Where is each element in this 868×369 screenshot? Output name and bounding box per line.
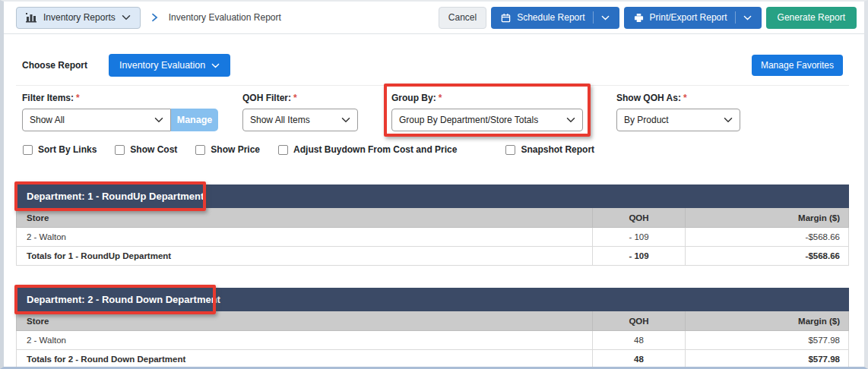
table-row: 2 - Walton 48 $577.98 [16, 331, 849, 350]
checkbox-label: Snapshot Report [521, 144, 594, 155]
app-window: Inventory Reports Inventory Evaluation R… [0, 0, 868, 369]
table-totals-row: Totals for 2 - Round Down Department 48 … [16, 350, 849, 369]
group-by-label: Group By:* [391, 93, 583, 103]
show-price-checkbox[interactable]: Show Price [195, 144, 260, 155]
chevron-down-icon [211, 63, 220, 68]
show-cost-checkbox[interactable]: Show Cost [115, 144, 177, 155]
manage-favorites-label: Manage Favorites [761, 60, 834, 71]
qoh-filter-group: QOH Filter:* Show All Items [242, 93, 358, 131]
inventory-reports-dropdown[interactable]: Inventory Reports [16, 7, 141, 29]
table-row: 2 - Walton - 109 -$568.66 [16, 228, 849, 247]
generate-report-label: Generate Report [778, 12, 845, 23]
department-1-banner: Department: 1 - RoundUp Department [16, 184, 849, 208]
cancel-label: Cancel [448, 12, 477, 23]
breadcrumb: Inventory Evaluation Report [169, 12, 281, 23]
chevron-down-icon [122, 14, 131, 20]
totals-label-cell: Totals for 1 - RoundUp Department [17, 247, 592, 265]
top-bar-actions: Cancel Schedule Report Print/Export Repo… [439, 7, 857, 29]
snapshot-report-checkbox[interactable]: Snapshot Report [505, 144, 594, 155]
show-qoh-as-value: By Product [624, 115, 669, 125]
button-divider [735, 11, 736, 24]
filter-items-select[interactable]: Show All [22, 109, 171, 131]
column-header-qoh: QOH [592, 311, 685, 330]
department-2-banner-text: Department: 2 - Round Down Department [16, 294, 220, 305]
report-type-value: Inventory Evaluation [119, 60, 205, 71]
table-header-row: Store QOH Margin ($) [16, 311, 849, 331]
schedule-report-label: Schedule Report [517, 12, 584, 23]
top-bar: Inventory Reports Inventory Evaluation R… [4, 2, 864, 34]
required-asterisk: * [439, 93, 442, 103]
manage-favorites-button[interactable]: Manage Favorites [752, 55, 843, 76]
manage-filters-label: Manage [177, 115, 213, 125]
required-asterisk: * [293, 93, 297, 103]
checkbox-label: Show Cost [130, 144, 177, 155]
choose-report-label: Choose Report [22, 60, 87, 71]
schedule-report-button[interactable]: Schedule Report [491, 7, 619, 29]
checkbox-icon[interactable] [278, 145, 288, 155]
checkbox-icon[interactable] [505, 145, 515, 155]
totals-qoh-cell: - 109 [592, 247, 685, 265]
show-qoh-as-group: Show QOH As:* By Product [616, 93, 740, 131]
printer-icon [634, 13, 644, 23]
generate-report-button[interactable]: Generate Report [766, 7, 857, 29]
department-1-banner-text: Department: 1 - RoundUp Department [16, 191, 204, 202]
qoh-filter-select[interactable]: Show All Items [242, 109, 358, 131]
options-checkbox-row: Sort By Links Show Cost Show Price Adjus… [16, 144, 849, 155]
cancel-button[interactable]: Cancel [439, 7, 486, 29]
margin-cell: -$568.66 [685, 228, 848, 246]
top-bar-left: Inventory Reports Inventory Evaluation R… [16, 7, 281, 29]
totals-label-cell: Totals for 2 - Round Down Department [17, 350, 592, 368]
filters-row: Filter Items:* Show All Manage QOH Filte… [16, 93, 849, 131]
table-header-row: Store QOH Margin ($) [16, 208, 849, 228]
filter-items-label: Filter Items:* [22, 93, 218, 103]
show-qoh-as-select[interactable]: By Product [616, 109, 740, 131]
qoh-cell: 48 [592, 331, 685, 349]
chevron-down-icon[interactable] [743, 15, 752, 20]
chevron-down-icon [154, 117, 163, 123]
choose-report-row: Choose Report Inventory Evaluation Manag… [16, 54, 849, 77]
checkbox-icon[interactable] [115, 145, 125, 155]
column-header-qoh: QOH [592, 208, 685, 227]
checkbox-icon[interactable] [23, 145, 33, 155]
show-qoh-as-label: Show QOH As:* [616, 93, 740, 103]
adjust-buydown-checkbox[interactable]: Adjust Buydown From Cost and Price [278, 144, 457, 155]
group-by-group: Group By:* Group By Department/Store Tot… [391, 93, 583, 131]
required-asterisk: * [683, 93, 687, 103]
totals-margin-cell: -$568.66 [685, 247, 848, 265]
checkbox-label: Adjust Buydown From Cost and Price [293, 144, 457, 155]
report-type-dropdown[interactable]: Inventory Evaluation [109, 54, 230, 77]
qoh-filter-value: Show All Items [250, 115, 310, 125]
bar-chart-icon [26, 13, 37, 23]
report-switcher-label: Inventory Reports [43, 12, 116, 23]
calendar-icon [501, 13, 511, 23]
column-header-margin: Margin ($) [685, 311, 848, 330]
department-2-banner: Department: 2 - Round Down Department [16, 288, 849, 311]
required-asterisk: * [76, 93, 80, 103]
totals-qoh-cell: 48 [592, 350, 685, 368]
button-divider [593, 11, 594, 24]
store-cell: 2 - Walton [17, 228, 592, 246]
department-2-section: Department: 2 - Round Down Department St… [16, 288, 849, 369]
print-export-report-button[interactable]: Print/Export Report [624, 7, 762, 29]
checkbox-label: Sort By Links [38, 144, 97, 155]
margin-cell: $577.98 [685, 331, 848, 349]
column-header-store: Store [17, 208, 592, 227]
qoh-cell: - 109 [592, 228, 685, 246]
table-totals-row: Totals for 1 - RoundUp Department - 109 … [16, 247, 849, 266]
filter-items-group: Filter Items:* Show All Manage [22, 93, 218, 131]
chevron-down-icon[interactable] [601, 15, 610, 20]
group-by-select[interactable]: Group By Department/Store Totals [391, 109, 583, 131]
chevron-down-icon [566, 117, 575, 123]
qoh-filter-label: QOH Filter:* [242, 93, 358, 103]
department-1-section: Department: 1 - RoundUp Department Store… [16, 184, 849, 266]
checkbox-icon[interactable] [195, 145, 205, 155]
report-builder-panel: Choose Report Inventory Evaluation Manag… [4, 34, 864, 369]
manage-filters-button[interactable]: Manage [171, 109, 218, 131]
store-cell: 2 - Walton [17, 331, 592, 349]
column-header-margin: Margin ($) [685, 208, 848, 227]
checkbox-label: Show Price [211, 144, 260, 155]
sort-by-links-checkbox[interactable]: Sort By Links [23, 144, 97, 155]
group-by-value: Group By Department/Store Totals [399, 115, 538, 125]
chevron-down-icon [724, 117, 733, 123]
print-export-report-label: Print/Export Report [650, 12, 727, 23]
